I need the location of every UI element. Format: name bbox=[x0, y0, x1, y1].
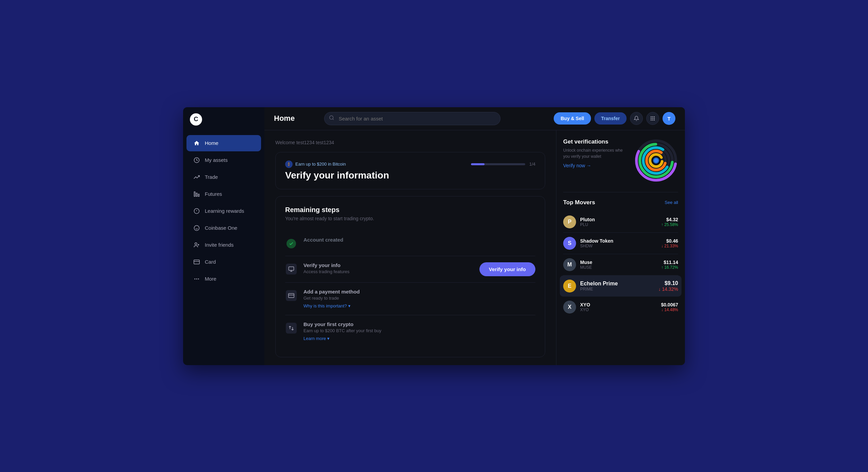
coin-info: Muse MUSE bbox=[580, 260, 657, 270]
mover-item[interactable]: S Shadow Token SHDW $0.46 ↓ 21.33% bbox=[563, 233, 678, 254]
learn-more-link[interactable]: Learn more ▾ bbox=[303, 336, 330, 341]
coin-price-section: $9.10 ↓ 14.32% bbox=[658, 280, 678, 292]
sidebar-item-label-futures: Futures bbox=[205, 191, 222, 197]
sidebar-item-label-home: Home bbox=[205, 140, 218, 146]
sidebar-item-label-coinbaseone: Coinbase One bbox=[205, 225, 237, 231]
steps-title: Remaining steps bbox=[285, 206, 535, 214]
verify-info-button[interactable]: Verify your info bbox=[479, 262, 535, 276]
coin-change: ↑ 16.72% bbox=[661, 265, 678, 270]
sidebar-item-label-invite: Invite friends bbox=[205, 242, 234, 248]
coin-ticker: PRIME bbox=[580, 287, 654, 291]
coin-icon-plu: P bbox=[563, 215, 576, 228]
svg-rect-30 bbox=[289, 294, 294, 298]
coin-info: XYO XYO bbox=[580, 302, 657, 312]
mover-item[interactable]: P Pluton PLU $4.32 ↑ 25.58% bbox=[563, 211, 678, 233]
step-title-payment: Add a payment method bbox=[303, 289, 535, 295]
svg-point-15 bbox=[198, 278, 199, 279]
coin-name: Pluton bbox=[580, 217, 657, 222]
step-desc-verify: Access trading features bbox=[303, 269, 473, 274]
transfer-button[interactable]: Transfer bbox=[594, 112, 627, 125]
svg-rect-1 bbox=[194, 192, 195, 196]
svg-rect-24 bbox=[651, 119, 652, 120]
svg-rect-19 bbox=[652, 116, 653, 117]
coin-change: ↓ 14.32% bbox=[658, 286, 678, 292]
svg-point-8 bbox=[195, 243, 197, 245]
step-title-verify: Verify your info bbox=[303, 262, 473, 268]
sidebar-item-invite-friends[interactable]: Invite friends bbox=[186, 237, 261, 253]
search-container bbox=[324, 112, 500, 125]
step-icon-payment bbox=[285, 289, 297, 302]
sidebar-item-more[interactable]: More bbox=[186, 271, 261, 287]
main-panel: Welcome test1234 test1234 ₿ Earn up to $… bbox=[264, 130, 556, 365]
svg-point-5 bbox=[194, 225, 199, 230]
coin-name: Shadow Token bbox=[580, 238, 657, 244]
user-avatar[interactable]: T bbox=[663, 112, 675, 125]
coin-price-section: $11.14 ↑ 16.72% bbox=[661, 260, 678, 270]
coin-info: Pluton PLU bbox=[580, 217, 657, 227]
sidebar-item-futures[interactable]: Futures bbox=[186, 186, 261, 202]
sidebar-item-learning-rewards[interactable]: Learning rewards bbox=[186, 203, 261, 219]
sidebar-item-label-assets: My assets bbox=[205, 157, 228, 163]
search-icon bbox=[329, 115, 334, 122]
step-content-account: Account created bbox=[303, 237, 535, 244]
onboarding-header-card: ₿ Earn up to $200 in Bitcoin 1/4 bbox=[275, 152, 545, 189]
sidebar-item-card[interactable]: Card bbox=[186, 254, 261, 270]
coin-name: Muse bbox=[580, 260, 657, 265]
verification-ring bbox=[634, 138, 678, 183]
verify-now-link[interactable]: Verify now → bbox=[563, 163, 629, 168]
mover-item[interactable]: X XYO XYO $0.0067 ↓ 14.48% bbox=[563, 297, 678, 318]
mover-item[interactable]: M Muse MUSE $11.14 ↑ 16.72% bbox=[563, 254, 678, 276]
coin-price-section: $4.32 ↑ 25.58% bbox=[661, 217, 678, 227]
trade-icon bbox=[193, 174, 200, 181]
svg-rect-20 bbox=[654, 116, 655, 117]
step-content-buy: Buy your first crypto Earn up to $200 BT… bbox=[303, 321, 535, 341]
verif-title: Get verifications bbox=[563, 138, 629, 145]
sidebar-item-home[interactable]: Home bbox=[186, 135, 261, 151]
coin-change: ↑ 25.58% bbox=[661, 222, 678, 227]
earn-badge-text: Earn up to $200 in Bitcoin bbox=[295, 162, 346, 167]
sidebar-item-coinbase-one[interactable]: Coinbase One bbox=[186, 220, 261, 236]
mover-item[interactable]: E Echelon Prime PRIME $9.10 ↓ 14.32% bbox=[560, 276, 682, 297]
verif-desc: Unlock onchain experiences whe you verif… bbox=[563, 147, 629, 159]
sidebar: C Home My assets bbox=[183, 107, 264, 365]
sidebar-item-trade[interactable]: Trade bbox=[186, 169, 261, 185]
sidebar-item-my-assets[interactable]: My assets bbox=[186, 152, 261, 168]
futures-icon bbox=[193, 191, 200, 197]
top-movers-header: Top Movers See all bbox=[563, 199, 678, 206]
coin-change: ↓ 14.48% bbox=[661, 307, 678, 312]
coin-icon-prime: E bbox=[563, 280, 576, 292]
svg-point-13 bbox=[194, 278, 195, 279]
svg-rect-3 bbox=[198, 194, 199, 196]
app-screen: C Home My assets bbox=[183, 107, 685, 365]
sidebar-item-label-more: More bbox=[205, 276, 216, 282]
progress-bar bbox=[471, 163, 525, 165]
step-desc-buy: Earn up to $200 BTC after your first buy bbox=[303, 328, 535, 333]
step-content-payment: Add a payment method Get ready to trade … bbox=[303, 289, 535, 309]
svg-rect-23 bbox=[654, 118, 655, 119]
step-icon-verify bbox=[285, 263, 297, 275]
step-desc-payment: Get ready to trade bbox=[303, 296, 535, 301]
svg-rect-22 bbox=[652, 118, 653, 119]
invite-icon bbox=[193, 242, 200, 248]
coin-ticker: XYO bbox=[580, 307, 657, 312]
coin-price: $9.10 bbox=[658, 280, 678, 286]
bitcoin-icon: ₿ bbox=[285, 161, 293, 168]
step-title-account: Account created bbox=[303, 237, 535, 243]
grid-menu-button[interactable] bbox=[646, 112, 659, 125]
step-action-verify: Verify your info bbox=[479, 262, 535, 276]
card-main-title: Verify your information bbox=[285, 170, 535, 181]
welcome-message: Welcome test1234 test1234 bbox=[275, 140, 545, 145]
coin-price: $0.46 bbox=[661, 238, 678, 244]
ring-center-dot bbox=[653, 157, 659, 164]
why-important-link[interactable]: Why is this important? ▾ bbox=[303, 303, 351, 308]
notifications-button[interactable] bbox=[630, 112, 643, 125]
content-area: Welcome test1234 test1234 ₿ Earn up to $… bbox=[264, 130, 685, 365]
assets-icon bbox=[193, 157, 200, 164]
sidebar-navigation: Home My assets Trade bbox=[183, 132, 264, 365]
search-input[interactable] bbox=[324, 112, 500, 125]
coinbase-one-icon bbox=[193, 225, 200, 231]
see-all-link[interactable]: See all bbox=[665, 200, 678, 205]
verification-section: Get verifications Unlock onchain experie… bbox=[563, 138, 678, 183]
page-title: Home bbox=[274, 114, 295, 123]
buy-sell-button[interactable]: Buy & Sell bbox=[554, 112, 591, 125]
